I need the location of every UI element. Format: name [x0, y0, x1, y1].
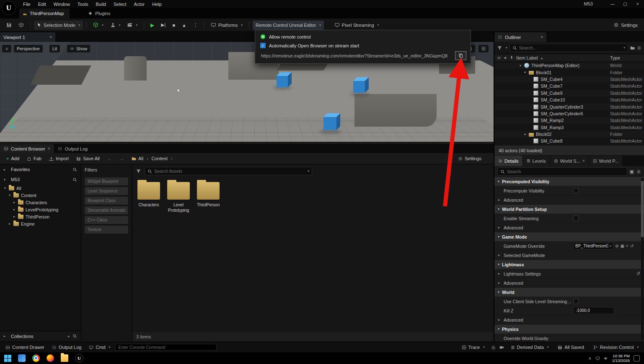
outliner-row[interactable]: ▾ ThirdPersonMap (Editor) World [494, 62, 644, 69]
asset-folder[interactable]: Level Prototyping [165, 182, 192, 213]
section-collapse-icon[interactable]: ▾ [498, 179, 499, 183]
filter-chip[interactable]: Blueprint Class [85, 197, 128, 205]
tree-item[interactable]: ▸ Characters [0, 199, 81, 206]
trace-dropdown[interactable]: Trace ▾ [459, 343, 487, 351]
close-icon[interactable]: × [541, 35, 543, 39]
add-button[interactable]: + Add [3, 154, 22, 163]
outliner-row[interactable]: SM_QuarterCylinder3 StaticMeshActor [494, 103, 644, 110]
checkbox-checked[interactable]: ✓ [260, 43, 266, 48]
unreal-taskbar-icon[interactable]: U [75, 354, 83, 362]
chrome-icon[interactable] [32, 354, 40, 362]
unreal-logo[interactable]: U [2, 1, 16, 15]
details-row[interactable]: ▾ World Partition Setup [494, 205, 644, 214]
tree-item[interactable]: ▾ All [0, 185, 81, 192]
tab-world-partition[interactable]: World P... [589, 156, 623, 166]
derived-data-dropdown[interactable]: ≣ Derived Data ▾ [508, 343, 551, 351]
console-command-box[interactable] [115, 344, 217, 351]
project-header[interactable]: ▾ M53 [0, 174, 81, 185]
filter-funnel-icon[interactable] [497, 45, 502, 51]
frame-skip-button[interactable]: ▶| [158, 20, 168, 30]
expand-arrow-icon[interactable]: ▾ [9, 193, 13, 197]
minimize-button[interactable]: — [606, 0, 619, 8]
tab-output-log[interactable]: Output Log [54, 144, 91, 153]
blueprints-dropdown[interactable]: ▾ [107, 20, 124, 30]
expand-arrow-icon[interactable]: ▾ [520, 64, 524, 68]
cinematics-dropdown[interactable]: ▾ [124, 20, 140, 30]
section-collapse-icon[interactable]: ▾ [498, 290, 499, 294]
outliner-row[interactable]: SM_Cube10 StaticMeshActor [494, 96, 644, 103]
breadcrumb[interactable]: All › Content › [129, 154, 176, 163]
show-dropdown[interactable]: Show [67, 45, 90, 52]
section-collapse-icon[interactable]: ▾ [498, 263, 499, 266]
outliner-search-box[interactable]: ▾ [510, 44, 628, 52]
chevron-down-icon[interactable]: ▾ [506, 46, 507, 49]
menu-item[interactable]: Tools [74, 0, 92, 8]
expand-arrow-icon[interactable]: ▾ [4, 178, 8, 182]
expand-arrow-icon[interactable]: ▸ [13, 208, 18, 211]
chevron-down-icon[interactable]: ▾ [308, 169, 309, 173]
clock[interactable]: 10:36 PM 1/13/2026 [612, 354, 630, 363]
class-picker-icon[interactable]: ⊚ [615, 244, 618, 248]
back-button[interactable]: ← [104, 154, 115, 163]
details-row[interactable]: ▸ Advanced [494, 278, 644, 288]
tray-expand-icon[interactable]: ∧ [588, 356, 592, 361]
favorites-header[interactable]: ▸ Favorites [0, 164, 81, 174]
breadcrumb-content[interactable]: Content [152, 156, 168, 161]
asset-search-input[interactable] [154, 169, 304, 174]
close-icon[interactable]: × [582, 159, 585, 163]
details-search-box[interactable] [497, 167, 627, 176]
import-button[interactable]: Import [46, 154, 72, 163]
visibility-eye-icon[interactable] [497, 56, 501, 60]
stop-button[interactable]: ■ [169, 21, 178, 30]
tree-item[interactable]: ▸ LevelPrototyping [0, 206, 81, 213]
firefox-icon[interactable] [47, 354, 54, 362]
chevron-down-icon[interactable]: ▾ [623, 46, 625, 49]
revision-control-dropdown[interactable]: Revision Control ▾ [591, 343, 641, 351]
outliner-row[interactable]: ▾ Block02 Folder [494, 131, 644, 138]
outliner-tab[interactable]: Outliner × [494, 32, 546, 42]
expand-arrow-icon[interactable]: ▸ [498, 253, 500, 257]
screenshot-camera-icon[interactable] [499, 345, 504, 350]
eject-button[interactable]: ▲ [179, 21, 189, 30]
file-explorer-icon[interactable] [61, 354, 68, 362]
search-icon[interactable] [72, 177, 77, 182]
details-settings-icon[interactable] [636, 169, 641, 174]
expand-arrow-icon[interactable]: ▸ [4, 334, 8, 338]
menu-item[interactable]: Window [50, 0, 74, 8]
details-row[interactable]: ▸ Advanced [494, 315, 644, 325]
play-button[interactable]: ▶ [147, 20, 157, 30]
expand-arrow-icon[interactable]: ▸ [498, 272, 500, 276]
details-row[interactable]: ▾ Precomputed Visibility [494, 177, 644, 186]
details-row[interactable]: ▾ Lightmass [494, 260, 644, 269]
viewport-menu-button[interactable]: ≡ [2, 45, 11, 52]
add-collection-icon[interactable]: + [67, 334, 70, 339]
menu-item[interactable]: Select [110, 0, 130, 8]
display-filter-icon[interactable]: ▣ [630, 169, 634, 174]
pixel-streaming-dropdown[interactable]: Pixel Streaming ▾ [331, 20, 382, 30]
details-row[interactable]: Kill Z -1000.0 [494, 306, 644, 315]
outliner-row[interactable]: SM_Cube9 StaticMeshActor [494, 90, 644, 96]
details-row[interactable]: ▸ Lightmass Settings ↺ [494, 269, 644, 278]
expand-arrow-icon[interactable]: ▾ [4, 186, 9, 190]
numeric-input[interactable]: -1000.0 [573, 307, 614, 314]
expand-arrow-icon[interactable]: ▸ [498, 318, 500, 322]
play-options-kebab[interactable]: ⋮ [190, 20, 201, 30]
maximize-button[interactable]: ▢ [619, 0, 631, 8]
details-row[interactable]: ▸ Advanced [494, 223, 644, 232]
pin-icon[interactable] [510, 56, 514, 60]
scrollbar-thumb[interactable] [641, 181, 644, 237]
expand-arrow-icon[interactable]: ▾ [524, 133, 529, 136]
tab-details[interactable]: Details [494, 156, 523, 166]
section-collapse-icon[interactable]: ▾ [498, 327, 499, 331]
copy-url-button[interactable] [455, 51, 466, 60]
filter-chip[interactable]: Texture [85, 226, 128, 234]
filter-chip[interactable]: C++ Class [85, 216, 128, 224]
viewport-tab[interactable]: Viewport 1 × [0, 32, 55, 42]
filter-chip[interactable]: Widget Blueprint [85, 177, 128, 185]
outliner-row[interactable]: SM_Cube4 StaticMeshActor [494, 76, 644, 83]
tree-item[interactable]: ▾ Content [0, 192, 81, 199]
details-row[interactable]: ▾ Physics [494, 325, 644, 334]
notification-center-icon[interactable] [634, 355, 640, 361]
favorite-star-icon[interactable]: ★ [504, 56, 507, 60]
console-command-input[interactable] [118, 345, 214, 350]
